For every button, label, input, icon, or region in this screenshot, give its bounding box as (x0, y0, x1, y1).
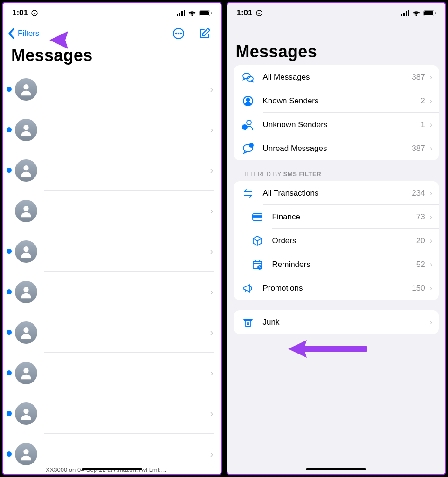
svg-point-18 (23, 327, 28, 333)
svg-rect-3 (181, 11, 183, 16)
filter-count: 387 (412, 73, 425, 82)
svg-rect-2 (179, 13, 180, 16)
conversation-row[interactable]: › (3, 109, 221, 150)
location-icon (31, 9, 38, 17)
conversation-row[interactable]: › (3, 353, 221, 393)
location-icon (255, 9, 263, 17)
back-label: Filters (18, 29, 39, 38)
filter-label: All Transactions (263, 189, 412, 198)
svg-rect-29 (435, 12, 436, 14)
filter-count: 52 (416, 260, 425, 269)
avatar (15, 200, 37, 222)
filter-count: 2 (420, 96, 425, 106)
compose-icon[interactable] (199, 27, 211, 40)
conversation-row[interactable]: › (3, 312, 221, 353)
svg-point-11 (180, 33, 181, 34)
filter-junk[interactable]: Junk › (234, 310, 439, 334)
filter-label: Promotions (263, 284, 412, 293)
filter-reminders[interactable]: Reminders52› (234, 252, 439, 276)
svg-rect-23 (401, 14, 402, 16)
filter-promotions[interactable]: Promotions150› (234, 276, 439, 300)
svg-point-12 (23, 84, 28, 89)
chevron-right-icon: › (210, 368, 214, 378)
chevron-right-icon: › (210, 205, 214, 216)
chevron-right-icon: › (430, 260, 432, 269)
status-time: 1:01 (12, 8, 28, 18)
conversation-row[interactable]: › (3, 231, 221, 272)
battery-icon (199, 10, 212, 16)
svg-point-19 (23, 368, 28, 373)
conversation-row[interactable]: › (3, 272, 221, 312)
filter-finance[interactable]: Finance73› (234, 205, 439, 229)
chevron-right-icon: › (430, 121, 432, 129)
unknown-icon: ? (241, 118, 255, 131)
avatar (15, 362, 37, 384)
chevron-right-icon: › (430, 318, 432, 327)
avatar (15, 78, 37, 101)
svg-rect-4 (184, 10, 185, 16)
conversation-list[interactable]: ››››››››››XX3000 on 04-Sep-22 at Amazon.… (3, 69, 221, 474)
cell-signal-icon (401, 10, 409, 16)
avatar (15, 159, 37, 182)
svg-rect-25 (406, 11, 407, 16)
back-filters-button[interactable]: Filters (7, 28, 39, 39)
wifi-icon (412, 10, 420, 16)
filter-orders[interactable]: Orders20› (234, 229, 439, 252)
filter-label: Finance (272, 212, 416, 222)
promotions-icon (241, 282, 255, 295)
svg-point-16 (23, 246, 28, 252)
home-indicator[interactable] (306, 468, 366, 470)
conversation-row[interactable]: › (3, 69, 221, 109)
ellipsis-circle-icon[interactable] (172, 27, 185, 40)
filter-label: Unread Messages (263, 144, 412, 153)
chevron-right-icon: › (210, 408, 214, 419)
page-title: Messages (227, 23, 446, 65)
svg-point-0 (32, 10, 37, 16)
avatar (15, 443, 37, 465)
chevron-right-icon: › (210, 449, 214, 459)
conversation-row[interactable]: › (3, 150, 221, 191)
filter-group-main: All Messages387›Known Senders2›?Unknown … (234, 65, 439, 160)
transactions-icon (241, 187, 255, 200)
filter-transactions[interactable]: All Transactions234› (234, 181, 439, 205)
reminders-icon (251, 258, 264, 271)
filter-known[interactable]: Known Senders2› (234, 89, 439, 113)
conversation-row[interactable]: › (3, 191, 221, 231)
page-title: Messages (3, 44, 221, 69)
all-icon (241, 71, 255, 84)
filter-unread[interactable]: Unread Messages387› (234, 136, 439, 160)
phone-filters-list: 1:01 Messages All Messages387›Known Send… (227, 2, 447, 475)
svg-point-10 (178, 33, 179, 34)
svg-rect-7 (211, 12, 212, 14)
filter-all[interactable]: All Messages387› (234, 65, 439, 89)
chevron-right-icon: › (430, 213, 432, 221)
unread-dot (7, 87, 12, 92)
status-time: 1:01 (237, 8, 253, 18)
unread-dot (7, 289, 12, 294)
filter-group-categories: All Transactions234›Finance73›Orders20›R… (234, 181, 439, 300)
unread-dot (7, 127, 12, 132)
filter-label: Known Senders (263, 96, 421, 106)
svg-rect-28 (424, 11, 433, 15)
filter-count: 20 (416, 236, 425, 245)
nav-bar: Filters (3, 23, 221, 44)
svg-point-21 (23, 449, 28, 454)
chevron-right-icon: › (430, 97, 432, 105)
conversation-row[interactable]: › (3, 393, 221, 434)
filter-count: 1 (420, 120, 425, 129)
filter-label: All Messages (263, 73, 412, 82)
home-indicator[interactable] (82, 468, 142, 470)
orders-icon (251, 234, 264, 247)
svg-rect-26 (408, 10, 409, 16)
filter-group-junk: Junk › (234, 310, 439, 334)
chevron-right-icon: › (210, 286, 214, 297)
chevron-right-icon: › (430, 189, 432, 198)
filter-label: Junk (263, 318, 430, 327)
filter-section-header: FILTERED BY SMS FILTER (227, 160, 446, 181)
svg-point-34 (247, 120, 251, 125)
svg-point-13 (23, 125, 28, 130)
svg-rect-1 (177, 14, 178, 16)
filter-unknown[interactable]: ?Unknown Senders1› (234, 113, 439, 136)
chevron-right-icon: › (430, 73, 432, 82)
avatar (15, 321, 37, 344)
